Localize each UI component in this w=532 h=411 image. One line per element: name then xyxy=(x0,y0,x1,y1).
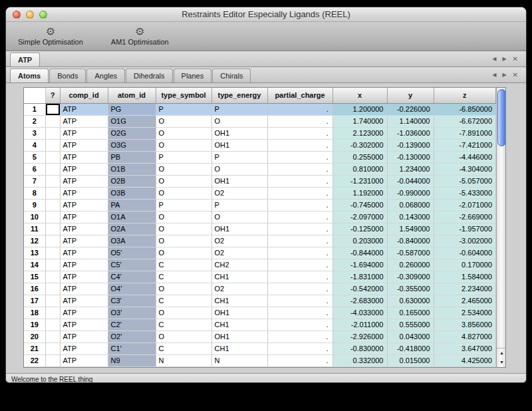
cell-x[interactable]: 2.123000 xyxy=(332,127,387,139)
cell-x[interactable]: 1.192000 xyxy=(332,187,387,199)
cell-atom_id[interactable]: PG xyxy=(108,103,156,115)
cell-z[interactable]: -7.421000 xyxy=(434,139,496,151)
table-row[interactable]: 13ATPO5'OO2.-0.844000-0.587000-0.604000 xyxy=(24,247,496,259)
cell-atom_id[interactable]: O2A xyxy=(108,223,156,235)
cell-y[interactable]: -1.036000 xyxy=(387,127,434,139)
cell-type_symbol[interactable]: C xyxy=(156,271,211,283)
cell-type_symbol[interactable]: O xyxy=(156,223,211,235)
cell-z[interactable]: -2.669000 xyxy=(434,211,496,223)
cell-atom_id[interactable]: O3B xyxy=(108,187,156,199)
table-row[interactable]: 14ATPC5'CCH2.-1.6940000.2600000.170000 xyxy=(24,259,496,271)
cell-comp_id[interactable]: ATP xyxy=(60,295,108,307)
cell-y[interactable]: 0.165000 xyxy=(387,307,434,319)
flag-cell-focused[interactable] xyxy=(45,103,60,115)
cell-type_energy[interactable]: OH1 xyxy=(211,175,267,187)
cell-z[interactable]: 2.465000 xyxy=(434,295,496,307)
cell-y[interactable]: -0.840000 xyxy=(387,235,434,247)
cell-type_symbol[interactable]: O xyxy=(156,247,211,259)
title-bar[interactable]: Restraints Editor Especially Ligands (RE… xyxy=(6,7,526,22)
vertical-scrollbar[interactable]: ▲ ▼ xyxy=(496,88,506,367)
cell-x[interactable]: -0.844000 xyxy=(332,247,387,259)
row-number[interactable]: 3 xyxy=(24,127,45,139)
zoom-button[interactable] xyxy=(39,11,47,19)
cell-type_symbol[interactable]: P xyxy=(156,199,211,211)
cell-type_energy[interactable]: OH1 xyxy=(211,223,267,235)
row-number[interactable]: 9 xyxy=(24,199,45,211)
tab-atp[interactable]: ATP xyxy=(10,53,40,67)
cell-type_energy[interactable]: OH1 xyxy=(211,139,267,151)
flag-cell[interactable] xyxy=(45,139,60,151)
tab-scroll-left-icon[interactable]: ◀ xyxy=(492,57,496,62)
cell-type_energy[interactable]: OH1 xyxy=(211,127,267,139)
flag-cell[interactable] xyxy=(45,163,60,175)
flag-cell[interactable] xyxy=(45,319,60,331)
cell-x[interactable]: -0.542000 xyxy=(332,283,387,295)
cell-partial_charge[interactable]: . xyxy=(267,342,332,354)
table-row[interactable]: 2ATPO1GOO.1.7400001.140000-6.672000 xyxy=(24,115,496,127)
tab-scroll-left-icon[interactable]: ◀ xyxy=(492,72,496,78)
cell-type_symbol[interactable]: O xyxy=(156,139,211,151)
flag-cell[interactable] xyxy=(45,259,60,271)
cell-type_symbol[interactable]: O xyxy=(156,211,211,223)
cell-atom_id[interactable]: C2' xyxy=(108,319,156,331)
cell-x[interactable]: -0.745000 xyxy=(332,199,387,211)
cell-y[interactable]: -0.309000 xyxy=(387,271,434,283)
cell-z[interactable]: 2.234000 xyxy=(434,283,496,295)
cell-type_energy[interactable]: O2 xyxy=(211,235,267,247)
row-number[interactable]: 8 xyxy=(24,187,45,199)
tab-bonds[interactable]: Bonds xyxy=(49,68,86,82)
cell-atom_id[interactable]: C4' xyxy=(108,271,156,283)
cell-atom_id[interactable]: O1B xyxy=(108,163,156,175)
table-row[interactable]: 18ATPO3'OOH1.-4.0330000.1650002.534000 xyxy=(24,307,496,319)
cell-z[interactable]: 0.170000 xyxy=(434,259,496,271)
cell-type_energy[interactable]: CH1 xyxy=(211,271,267,283)
cell-x[interactable]: -2.926000 xyxy=(332,331,387,342)
cell-z[interactable]: 2.534000 xyxy=(434,307,496,319)
cell-y[interactable]: -0.130000 xyxy=(387,151,434,163)
cell-x[interactable]: -0.125000 xyxy=(332,223,387,235)
cell-z[interactable]: 4.425000 xyxy=(434,354,496,366)
cell-type_energy[interactable]: O xyxy=(211,115,267,127)
cell-type_symbol[interactable]: N xyxy=(156,354,211,366)
cell-x[interactable]: 1.200000 xyxy=(332,103,387,115)
tab-scroll-right-icon[interactable]: ▶ xyxy=(502,57,506,62)
cell-x[interactable]: -2.683000 xyxy=(332,295,387,307)
table-row[interactable]: 17ATPC3'CCH1.-2.6830000.6300002.465000 xyxy=(24,295,496,307)
tab-dihedrals[interactable]: Dihedrals xyxy=(126,68,172,82)
cell-type_symbol[interactable]: P xyxy=(156,151,211,163)
cell-atom_id[interactable]: O2B xyxy=(108,175,156,187)
cell-type_symbol[interactable]: O xyxy=(156,163,211,175)
cell-z[interactable]: -4.304000 xyxy=(434,163,496,175)
flag-cell[interactable] xyxy=(45,199,60,211)
table-row[interactable]: 7ATPO2BOOH1.-1.231000-0.044000-5.057000 xyxy=(24,175,496,187)
row-number[interactable]: 15 xyxy=(24,271,45,283)
cell-partial_charge[interactable]: . xyxy=(267,235,332,247)
cell-atom_id[interactable]: O5' xyxy=(108,247,156,259)
cell-comp_id[interactable]: ATP xyxy=(60,331,108,342)
cell-x[interactable]: -1.231000 xyxy=(332,175,387,187)
cell-x[interactable]: -0.830000 xyxy=(332,342,387,354)
column-header-type_symbol[interactable]: type_symbol xyxy=(156,88,211,103)
cell-y[interactable]: 0.068000 xyxy=(387,199,434,211)
cell-comp_id[interactable]: ATP xyxy=(60,354,108,366)
cell-z[interactable]: -0.604000 xyxy=(434,247,496,259)
column-header-type_energy[interactable]: type_energy xyxy=(211,88,267,103)
cell-y[interactable]: 0.143000 xyxy=(387,211,434,223)
simple-optimisation-button[interactable]: ⚙ Simple Optimisation xyxy=(13,25,88,47)
row-number[interactable]: 17 xyxy=(24,295,45,307)
cell-partial_charge[interactable]: . xyxy=(267,127,332,139)
flag-cell[interactable] xyxy=(45,331,60,342)
cell-type_energy[interactable]: CH1 xyxy=(211,342,267,354)
cell-comp_id[interactable]: ATP xyxy=(60,199,108,211)
tab-chirals[interactable]: Chirals xyxy=(212,68,251,82)
flag-cell[interactable] xyxy=(45,223,60,235)
table-row[interactable]: 8ATPO3BOO2.1.192000-0.990000-5.433000 xyxy=(24,187,496,199)
cell-comp_id[interactable]: ATP xyxy=(60,271,108,283)
tab-angles[interactable]: Angles xyxy=(86,68,125,82)
flag-cell[interactable] xyxy=(45,283,60,295)
cell-atom_id[interactable]: O3G xyxy=(108,139,156,151)
minimize-button[interactable] xyxy=(26,11,34,19)
cell-y[interactable]: 0.015000 xyxy=(387,354,434,366)
cell-z[interactable]: 4.827000 xyxy=(434,331,496,342)
row-number[interactable]: 7 xyxy=(24,175,45,187)
